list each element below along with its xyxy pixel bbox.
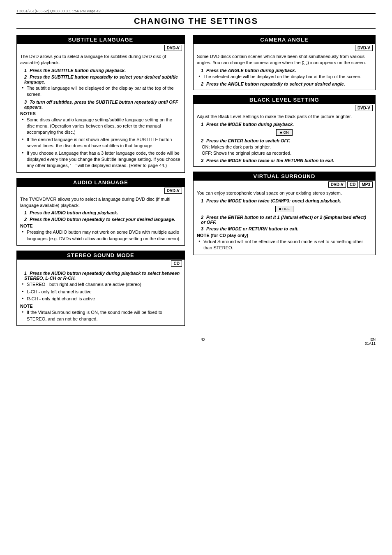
subtitle-language-content: The DVD allows you to select a language … bbox=[17, 52, 184, 172]
black-step1: 1 Press the MODE button during playback. bbox=[197, 122, 372, 127]
audio-notes: Pressing the AUDIO button may not work o… bbox=[20, 229, 181, 242]
stereo-notes: If the Virtual Surround setting is ON, t… bbox=[20, 309, 181, 322]
stereo-bullet1: STEREO - both right and left channels ar… bbox=[22, 281, 181, 288]
subtitle-language-section: SUBTITLE LANGUAGE DVD-V The DVD allows y… bbox=[16, 35, 185, 173]
right-column: CAMERA ANGLE DVD-V Some DVD discs contai… bbox=[193, 35, 376, 331]
black-step2: 2 Press the ENTER button to switch OFF. bbox=[197, 138, 372, 143]
black-intro: Adjust the Black Level Settings to make … bbox=[197, 114, 372, 120]
virtual-surround-section: VIRTUAL SURROUND DVD-V CD MP3 You can en… bbox=[193, 172, 376, 255]
stereo-sound-section: STEREO SOUND MODE CD 1 Press the AUDIO b… bbox=[16, 251, 185, 326]
subtitle-note2: If the desired language is not shown aft… bbox=[22, 137, 181, 149]
black-level-title: BLACK LEVEL SETTING bbox=[194, 95, 375, 104]
vs-indicator-off: ■ OFF bbox=[275, 206, 293, 212]
subtitle-note1: Some discs allow audio language setting/… bbox=[22, 117, 181, 136]
audio-step2: 2 Press the AUDIO button repeatedly to s… bbox=[20, 217, 181, 222]
vs-mp3-badge: MP3 bbox=[359, 181, 373, 188]
subtitle-notes-label: NOTES bbox=[20, 111, 181, 116]
vs-intro: You can enjoy stereophonic visual space … bbox=[197, 190, 372, 196]
virtual-surround-content: You can enjoy stereophonic visual space … bbox=[194, 188, 375, 254]
page-footer: – 42 – EN 01A11 bbox=[16, 337, 376, 346]
footer-right: EN 01A11 bbox=[365, 337, 376, 346]
vs-step3: 3 Press the MODE or RETURN button to exi… bbox=[197, 226, 372, 231]
subtitle-notes: Some discs allow audio language setting/… bbox=[20, 117, 181, 169]
audio-step1: 1 Press the AUDIO button during playback… bbox=[20, 210, 181, 215]
stereo-bullets: STEREO - both right and left channels ar… bbox=[20, 281, 181, 302]
black-indicator-on-container: ■ ON bbox=[197, 129, 372, 136]
main-title: CHANGING THE SETTINGS bbox=[16, 13, 376, 29]
vs-dvd-badge: DVD-V bbox=[328, 181, 346, 188]
subtitle-bullets: The subtitle language will be displayed … bbox=[20, 85, 181, 98]
subtitle-dvd-badge: DVD-V bbox=[164, 45, 182, 51]
stereo-bullet2: L-CH - only left channel is active bbox=[22, 289, 181, 295]
stereo-cd-badge: CD bbox=[171, 260, 182, 267]
camera-dvd-badge: DVD-V bbox=[355, 45, 373, 51]
stereo-note1: If the Virtual Surround setting is ON, t… bbox=[22, 309, 181, 322]
virtual-surround-title: VIRTUAL SURROUND bbox=[194, 172, 375, 181]
audio-note-label: NOTE bbox=[20, 223, 181, 228]
vs-step1: 1 Press the MODE button twice (CD/MP3: o… bbox=[197, 198, 372, 203]
camera-angle-title: CAMERA ANGLE bbox=[194, 35, 375, 44]
black-on-desc: ON: Makes the dark parts brighter. bbox=[202, 144, 372, 150]
vs-notes: Virtual Surround will not be effective i… bbox=[197, 239, 372, 251]
camera-step2: 2 Press the ANGLE button repeatedly to s… bbox=[197, 81, 372, 86]
vs-note1: Virtual Surround will not be effective i… bbox=[198, 239, 372, 251]
camera-step1: 1 Press the ANGLE button during playback… bbox=[197, 68, 372, 73]
subtitle-note3: If you choose a Language that has a 3 le… bbox=[22, 150, 181, 169]
stereo-bullet3: R-CH - only right channel is active bbox=[22, 296, 181, 302]
vs-note-label: NOTE (for CD play only) bbox=[197, 233, 372, 238]
audio-intro: The TV/DVD/VCR allows you to select a la… bbox=[20, 196, 181, 209]
camera-bullet1: The selected angle will be displayed on … bbox=[198, 74, 372, 80]
page-header: TD851/951(P36-52).QX33 03.3.1 1:56 PM Pa… bbox=[16, 8, 376, 13]
vs-cd-badge: CD bbox=[347, 181, 358, 188]
subtitle-step3: 3 To turn off subtitles, press the SUBTI… bbox=[20, 100, 181, 109]
stereo-sound-title: STEREO SOUND MODE bbox=[17, 251, 184, 260]
black-off-desc: OFF: Shows the original picture as recor… bbox=[202, 150, 372, 156]
subtitle-step1: 1 Press the SUBTITLE button during playb… bbox=[20, 68, 181, 73]
vs-indicator-off-container: ■ OFF bbox=[197, 206, 372, 212]
left-column: SUBTITLE LANGUAGE DVD-V The DVD allows y… bbox=[16, 35, 185, 331]
camera-bullets: The selected angle will be displayed on … bbox=[197, 74, 372, 80]
subtitle-bullet1: The subtitle language will be displayed … bbox=[22, 85, 181, 98]
stereo-step1: 1 Press the AUDIO button repeatedly duri… bbox=[20, 271, 181, 281]
camera-angle-section: CAMERA ANGLE DVD-V Some DVD discs contai… bbox=[193, 35, 376, 90]
audio-language-title: AUDIO LANGUAGE bbox=[17, 178, 184, 187]
black-dvd-badge: DVD-V bbox=[355, 105, 373, 111]
audio-language-section: AUDIO LANGUAGE DVD-V The TV/DVD/VCR allo… bbox=[16, 178, 185, 246]
camera-angle-content: Some DVD discs contain scenes which have… bbox=[194, 52, 375, 90]
footer-lang: EN bbox=[370, 337, 376, 341]
camera-intro: Some DVD discs contain scenes which have… bbox=[197, 53, 372, 66]
stereo-sound-content: 1 Press the AUDIO button repeatedly duri… bbox=[17, 267, 184, 325]
footer-page: – 42 – bbox=[41, 337, 365, 346]
subtitle-step2: 2 Press the SUBTITLE button repeatedly t… bbox=[20, 74, 181, 84]
black-indicator-on: ■ ON bbox=[276, 129, 292, 136]
subtitle-intro: The DVD allows you to select a language … bbox=[20, 53, 181, 66]
black-level-section: BLACK LEVEL SETTING DVD-V Adjust the Bla… bbox=[193, 95, 376, 167]
stereo-note-label: NOTE bbox=[20, 304, 181, 309]
vs-step2: 2 Press the ENTER button to set it 1 (Na… bbox=[197, 215, 372, 225]
audio-language-content: The TV/DVD/VCR allows you to select a la… bbox=[17, 195, 184, 246]
footer-code: 01A11 bbox=[365, 341, 376, 346]
audio-dvd-badge: DVD-V bbox=[164, 188, 182, 194]
audio-note1: Pressing the AUDIO button may not work o… bbox=[22, 229, 181, 242]
black-level-content: Adjust the Black Level Settings to make … bbox=[194, 112, 375, 166]
subtitle-language-title: SUBTITLE LANGUAGE bbox=[17, 35, 184, 44]
black-step3: 3 Press the MODE button twice or the RET… bbox=[197, 158, 372, 163]
footer-left bbox=[16, 337, 41, 346]
